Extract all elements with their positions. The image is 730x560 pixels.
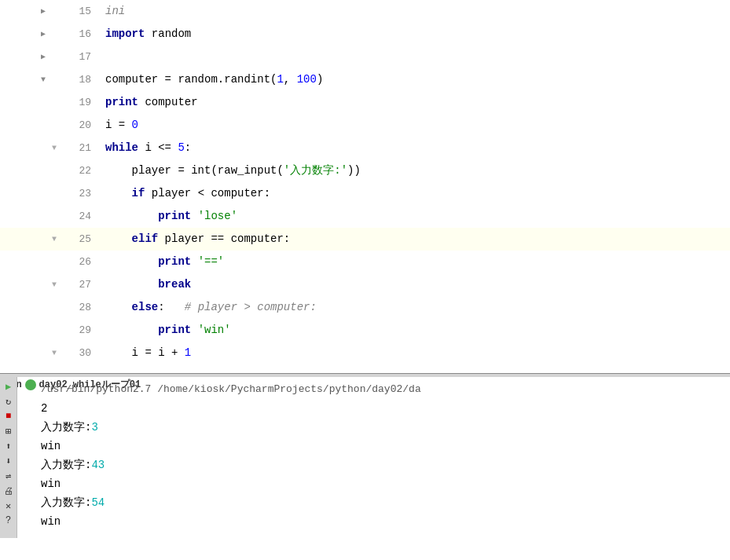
fold-box-23 (49, 182, 60, 205)
fold-arrow-21 (38, 137, 49, 159)
fold-box-30[interactable]: ▼ (49, 342, 60, 364)
fold-box-28 (49, 296, 60, 319)
output-line-5: win (41, 474, 421, 493)
code-line-26: 26 print '==' (0, 251, 730, 273)
fold-box-22 (49, 159, 60, 182)
fold-arrow-26 (38, 251, 49, 273)
run-scroll-down-button[interactable]: ⬇ (2, 455, 15, 467)
run-scroll-up-button[interactable]: ⬆ (2, 440, 15, 452)
fold-arrow-16[interactable]: ▶ (38, 23, 49, 46)
code-line-23: 23 if player < computer: (0, 182, 730, 205)
code-editor: ▶ 15 ini ▶ 16 import random ▶ 17 ▼ (0, 0, 730, 373)
output-line-1: 2 (41, 399, 421, 418)
fold-box-18 (49, 68, 60, 91)
fold-box-26 (49, 251, 60, 273)
fold-arrow-24 (38, 205, 49, 228)
code-line-15: ▶ 15 ini (0, 0, 730, 23)
fold-arrow-29 (38, 319, 49, 342)
fold-box-17 (49, 46, 60, 68)
code-line-24: 24 print 'lose' (0, 205, 730, 228)
fold-arrow-20 (38, 114, 49, 137)
code-line-30: ▼ 30 i = i + 1 (0, 342, 730, 364)
fold-box-25[interactable]: ▼ (49, 228, 60, 251)
code-line-21: ▼ 21 while i <= 5: (0, 137, 730, 159)
fold-arrow-28 (38, 296, 49, 319)
fold-arrow-25 (38, 228, 49, 251)
fold-arrow-15[interactable]: ▶ (38, 0, 49, 23)
fold-box-24 (49, 205, 60, 228)
output-line-7: win (41, 512, 421, 531)
code-line-27: ▼ 27 break (0, 273, 730, 296)
run-restore-button[interactable]: ⊞ (2, 425, 15, 437)
fold-box-29 (49, 319, 60, 342)
run-rerun-button[interactable]: ↻ (2, 395, 15, 408)
fold-arrow-22 (38, 159, 49, 182)
fold-arrow-30 (38, 342, 49, 364)
run-play-button[interactable]: ▶ (2, 380, 15, 393)
run-wrap-button[interactable]: ⇌ (2, 470, 15, 482)
output-line-2: 入力数字:3 (41, 418, 421, 437)
fold-box-27[interactable]: ▼ (49, 273, 60, 296)
output-line-6: 入力数字:54 (41, 493, 421, 512)
fold-box-15 (49, 0, 60, 23)
run-clear-button[interactable]: ✕ (2, 500, 15, 512)
code-line-20: 20 i = 0 (0, 114, 730, 137)
fold-arrow-27 (38, 273, 49, 296)
fold-box-21[interactable]: ▼ (49, 137, 60, 159)
output-line-3: win (41, 437, 421, 456)
fold-arrow-17[interactable]: ▶ (38, 46, 49, 68)
code-line-28: 28 else: # player > computer: (0, 296, 730, 319)
code-line-25: ▼ 25 elif player == computer: (0, 228, 730, 251)
code-line-16: ▶ 16 import random (0, 23, 730, 46)
output-line-4: 入力数字:43 (41, 456, 421, 474)
code-line-22: 22 player = int(raw_input('入力数字:')) (0, 159, 730, 182)
run-stop-button[interactable]: ■ (2, 410, 15, 423)
fold-arrow-18[interactable]: ▼ (38, 68, 49, 91)
run-command-line: /usr/bin/python2.7 /home/kiosk/PycharmPr… (41, 380, 421, 399)
run-help-button[interactable]: ? (2, 514, 15, 527)
code-line-17: ▶ 17 (0, 46, 730, 68)
code-line-29: 29 print 'win' (0, 319, 730, 342)
run-output: /usr/bin/python2.7 /home/kiosk/PycharmPr… (35, 377, 427, 560)
fold-arrow-19 (38, 91, 49, 114)
run-left-toolbar: ▶ ↻ ■ ⊞ ⬆ ⬇ ⇌ 🖨 ✕ ? (0, 377, 17, 538)
fold-arrow-23 (38, 182, 49, 205)
fold-box-19 (49, 91, 60, 114)
fold-box-16 (49, 23, 60, 46)
code-line-19: 19 print computer (0, 91, 730, 114)
code-line-18: ▼ 18 computer = random.randint(1, 100) (0, 68, 730, 91)
run-print-button[interactable]: 🖨 (2, 485, 15, 497)
run-panel: ▶ ↻ ■ ⊞ ⬆ ⬇ ⇌ 🖨 ✕ ? /usr/bin/python2.7 /… (0, 377, 730, 560)
fold-box-20 (49, 114, 60, 137)
